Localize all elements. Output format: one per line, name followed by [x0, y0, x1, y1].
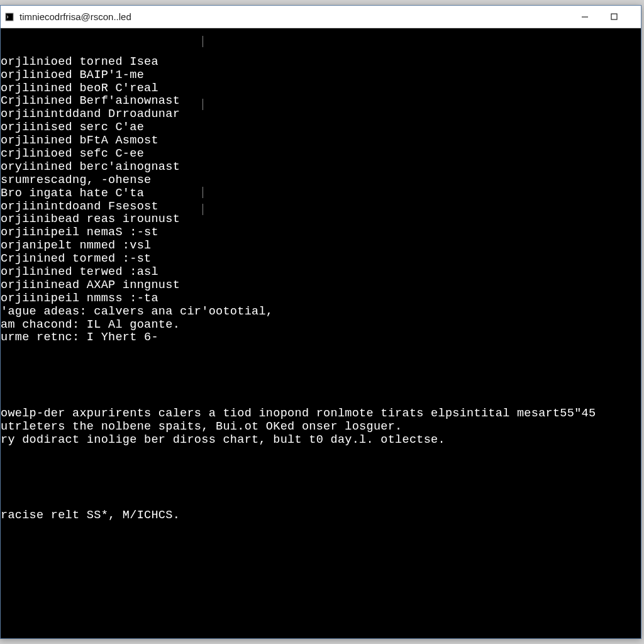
terminal-window: timniecodrfrisa@rscon..led orjlinioed to… — [0, 5, 641, 639]
svg-rect-0 — [6, 13, 13, 21]
terminal-line: orjiinipeil nemaS :-st — [1, 226, 641, 240]
terminal-line: crjlinioed sefc C-ee — [1, 148, 641, 161]
terminal-line: orjiinintddand Drroadunar — [1, 108, 641, 121]
terminal-line: orjiinised serc C'ae — [1, 121, 641, 135]
terminal-app-icon — [4, 12, 14, 22]
terminal-line: orjlinined terwed :asl — [1, 266, 641, 279]
terminal-line: Crjinined tormed :-st — [1, 253, 641, 266]
window-controls — [570, 6, 641, 28]
terminal-line: 'ague adeas: calvers ana cir'oototial, — [1, 306, 641, 319]
terminal-line: orjlinined beoR C'real — [1, 82, 641, 96]
terminal-line: orjlinined bFtA Asmost — [1, 135, 641, 148]
terminal-line: orjiinibead reas irounust — [1, 213, 641, 226]
window-title: timniecodrfrisa@rscon..led — [19, 11, 570, 22]
scrollbar-marker — [203, 99, 203, 110]
maximize-button[interactable] — [599, 6, 628, 28]
terminal-line: urme retnc: I Yhert 6- — [1, 331, 641, 345]
terminal-line: Crjlinined Berf'ainownast — [1, 95, 641, 108]
scrollbar-marker — [203, 204, 203, 215]
terminal-output[interactable]: orjlinioed torned Iseaorjlinioed BAIP'1-… — [1, 28, 641, 638]
scrollbar-marker — [203, 36, 203, 47]
terminal-line: orjanipelt nmmed :vsl — [1, 240, 641, 253]
terminal-line: orjiinipeil nmmss :-ta — [1, 292, 641, 306]
terminal-line: orjlinioed torned Isea — [1, 56, 641, 69]
terminal-line: orjiinintdoand Fsesost — [1, 201, 641, 214]
terminal-line: srumrescadng, -ohense — [1, 174, 641, 187]
svg-rect-2 — [611, 14, 617, 19]
terminal-line: owelp-der axpurirents calers a tiod inop… — [1, 408, 641, 421]
close-button[interactable] — [628, 6, 641, 28]
titlebar[interactable]: timniecodrfrisa@rscon..led — [1, 6, 641, 28]
scrollbar-marker — [203, 187, 203, 198]
terminal-line: utrleters the nolbene spaits, Bui.ot OKe… — [1, 421, 641, 434]
minimize-button[interactable] — [570, 6, 599, 28]
terminal-line: Bro ingata hate C'ta — [1, 187, 641, 201]
terminal-line: am chacond: IL Al goante. — [1, 319, 641, 332]
terminal-line: ry dodiract inolige ber diross chart, bu… — [1, 434, 641, 447]
terminal-line: orjlinioed BAIP'1-me — [1, 69, 641, 82]
terminal-line: racise relt SS*, M/ICHCS. — [1, 509, 641, 523]
terminal-line: oryiinined berc'ainognast — [1, 161, 641, 174]
terminal-line: orjiininead AXAP inngnust — [1, 279, 641, 292]
